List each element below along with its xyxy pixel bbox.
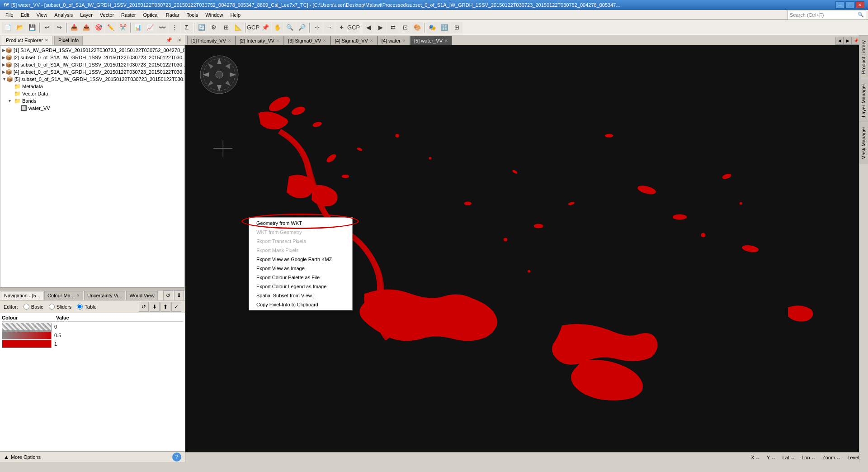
tab-close-1[interactable]: ✕ — [228, 38, 231, 43]
palette-tool[interactable]: 🎭 — [426, 22, 438, 33]
help-button[interactable]: ? — [172, 453, 181, 462]
colour-swatch-0[interactable] — [2, 323, 52, 331]
tool-y[interactable]: ⊞ — [451, 22, 462, 33]
tool5[interactable]: ✂️ — [117, 22, 129, 33]
radio-input-table[interactable] — [77, 304, 83, 310]
menu-vector[interactable]: Vector — [96, 11, 118, 19]
colour-swatch-2[interactable] — [2, 340, 52, 348]
new-button[interactable]: 📄 — [2, 22, 14, 33]
save-button[interactable]: 💾 — [26, 22, 38, 33]
menu-help[interactable]: Help — [226, 11, 244, 19]
tab-water-4[interactable]: [4] water ✕ — [377, 36, 410, 45]
tree-item-1[interactable]: ▶ 📦 [1] S1A_IW_GRDH_1SSV_20150122T030723… — [1, 47, 184, 54]
tab-colour-manipulation[interactable]: Colour Ma... ✕ — [44, 291, 83, 300]
apply-colour-btn[interactable]: ✓ — [171, 302, 181, 312]
tab-product-explorer[interactable]: Product Explorer ✕ — [2, 36, 52, 45]
pin-tool[interactable]: 📌 — [259, 22, 271, 33]
spectrum-tool[interactable]: 〰️ — [156, 22, 168, 33]
tree-item-vector[interactable]: 📁 Vector Data — [1, 90, 184, 97]
tab-close-2[interactable]: ✕ — [276, 38, 280, 43]
redo-button[interactable]: ↪ — [53, 22, 65, 33]
menu-copy-pixel-info[interactable]: Copy Pixel-Info to Clipboard — [249, 300, 352, 309]
tab-sigma0-vv-3[interactable]: [3] Sigma0_VV ✕ — [284, 36, 330, 45]
menu-export-kmz[interactable]: Export View as Google Earth KMZ — [249, 255, 352, 264]
gcp-tool[interactable]: GCP — [247, 22, 259, 33]
tab-sigma0-vv-4[interactable]: [4] Sigma0_VV ✕ — [330, 36, 377, 45]
tree-item-bands[interactable]: ▼ 📁 Bands — [1, 97, 184, 105]
maximize-button[interactable]: □ — [845, 1, 854, 9]
menu-export-palette[interactable]: Export Colour Palette as File — [249, 273, 352, 282]
tab-close-6[interactable]: ✕ — [444, 38, 448, 43]
side-tab-layer-manager[interactable]: Layer Manager — [859, 79, 868, 122]
graph-tool[interactable]: 📊 — [132, 22, 144, 33]
export-colour-btn[interactable]: ⬇ — [150, 302, 160, 312]
tab-pixel-info[interactable]: Pixel Info — [54, 36, 83, 45]
export-product-button[interactable]: 📤 — [80, 22, 92, 33]
menu-view[interactable]: View — [33, 11, 51, 19]
menu-export-legend[interactable]: Export Colour Legend as Image — [249, 282, 352, 291]
tab-close-3[interactable]: ✕ — [323, 38, 326, 43]
zoom-in-tool[interactable]: 🔍 — [284, 22, 296, 33]
import-colour-btn[interactable]: ⬆ — [160, 302, 170, 312]
menu-file[interactable]: File — [2, 11, 17, 19]
menu-edit[interactable]: Edit — [17, 11, 33, 19]
radio-input-basic[interactable] — [24, 304, 29, 310]
nav-right[interactable]: ▶ — [375, 22, 387, 33]
undo-button[interactable]: ↩ — [41, 22, 53, 33]
tree-item-metadata[interactable]: 📁 Metadata — [1, 83, 184, 90]
import-product-button[interactable]: 📥 — [68, 22, 80, 33]
colour-swatch-1[interactable] — [2, 331, 52, 339]
close-button[interactable]: ✕ — [855, 1, 864, 9]
sum-tool[interactable]: Σ — [181, 22, 193, 33]
menu-export-image[interactable]: Export View as Image — [249, 264, 352, 273]
tab-scroll-left[interactable]: ◀ — [835, 37, 844, 45]
radio-input-sliders[interactable] — [49, 304, 55, 310]
more-options-label[interactable]: More Options — [11, 454, 41, 460]
tab-scroll-right[interactable]: ▶ — [844, 37, 852, 45]
colour-tab-close[interactable]: ✕ — [76, 293, 80, 298]
product-explorer-close-icon[interactable]: ✕ — [45, 38, 48, 43]
tree-item-4[interactable]: ▶ 📦 [4] subset_0_of_S1A_IW_GRDH_1SSV_201… — [1, 68, 184, 76]
menu-layer[interactable]: Layer — [76, 11, 96, 19]
open-button[interactable]: 📂 — [14, 22, 26, 33]
tab-water-vv-5[interactable]: [5] water_VV ✕ — [410, 36, 452, 45]
draw-tool[interactable]: → — [323, 22, 335, 33]
menu-spatial-subset[interactable]: Spatial Subset from View... — [249, 291, 352, 300]
zoom-out-tool[interactable]: 🔎 — [296, 22, 308, 33]
tool-d[interactable]: 📐 — [232, 22, 244, 33]
tool-c[interactable]: ⊞ — [220, 22, 232, 33]
tab-close-5[interactable]: ✕ — [402, 38, 406, 43]
side-tab-product-library[interactable]: Product Library — [859, 35, 868, 79]
search-input[interactable] — [790, 12, 858, 18]
tab-navigation[interactable]: Navigation - [5... — [1, 291, 43, 300]
panel-pin-icon[interactable]: 📌 — [164, 36, 174, 44]
tree-item-water-vv[interactable]: 🔲 water_VV — [1, 105, 184, 112]
minimize-button[interactable]: ─ — [835, 1, 844, 9]
sync-tool[interactable]: ⇄ — [387, 22, 399, 33]
tab-uncertainty[interactable]: Uncertainty Vi... — [84, 291, 125, 300]
reset-btn[interactable]: ↺ — [139, 302, 149, 312]
nav-refresh-btn[interactable]: ↺ — [163, 291, 173, 300]
menu-radar[interactable]: Radar — [162, 11, 183, 19]
chart-tool[interactable]: 📈 — [144, 22, 156, 33]
panel-close-icon[interactable]: ✕ — [176, 37, 183, 43]
tree-item-2[interactable]: ▶ 📦 [2] subset_0_of_S1A_IW_GRDH_1SSV_201… — [1, 54, 184, 61]
side-tab-mask-manager[interactable]: Mask Manager — [859, 122, 868, 164]
menu-tools[interactable]: Tools — [183, 11, 202, 19]
tab-close-4[interactable]: ✕ — [370, 38, 373, 43]
tool4[interactable]: ✏️ — [105, 22, 117, 33]
tree-item-3[interactable]: ▶ 📦 [3] subset_0_of_S1A_IW_GRDH_1SSV_201… — [1, 61, 184, 68]
nav-left[interactable]: ◀ — [363, 22, 374, 33]
scatter-tool[interactable]: ⋮ — [169, 22, 180, 33]
nav-import-btn[interactable]: ⬇ — [174, 291, 184, 300]
tab-intensity-vv-2[interactable]: [2] Intensity_VV ✕ — [236, 36, 284, 45]
menu-raster[interactable]: Raster — [118, 11, 139, 19]
menu-optical[interactable]: Optical — [139, 11, 162, 19]
color-tool[interactable]: 🎨 — [411, 22, 423, 33]
tool-a[interactable]: 🔄 — [196, 22, 208, 33]
menu-analysis[interactable]: Analysis — [51, 11, 76, 19]
tool-x[interactable]: 🔢 — [439, 22, 450, 33]
tree-item-5[interactable]: ▼ 📦 [5] subset_0_of_S1A_IW_GRDH_1SSV_201… — [1, 76, 184, 83]
magic-tool[interactable]: ✦ — [335, 22, 347, 33]
menu-window[interactable]: Window — [202, 11, 226, 19]
